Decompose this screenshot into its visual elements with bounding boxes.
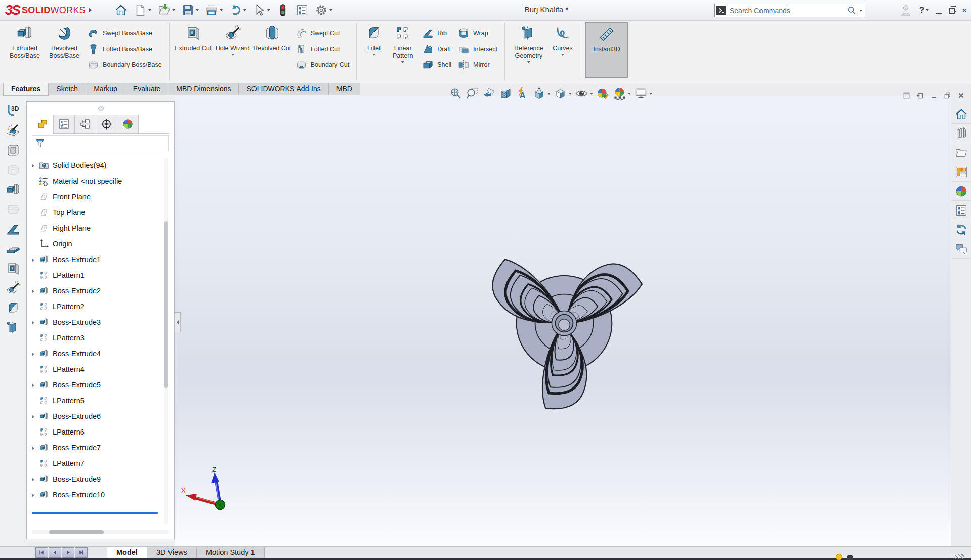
shortcut-tool-button[interactable]: [5, 241, 21, 257]
instant3d-button[interactable]: Instant3D: [585, 22, 628, 78]
view-tool-button[interactable]: [497, 86, 514, 101]
quick-access-button[interactable]: [179, 2, 201, 18]
menu-expand-arrow-icon[interactable]: [86, 4, 94, 17]
tree-item[interactable]: LPattern6: [29, 424, 162, 440]
search-commands-box[interactable]: [714, 4, 865, 17]
quick-access-button[interactable]: [132, 2, 153, 18]
last-tab-button[interactable]: [75, 547, 88, 558]
mirror-button[interactable]: Mirror: [454, 57, 500, 73]
command-tab[interactable]: Markup: [86, 83, 125, 95]
view-tool-button[interactable]: [552, 86, 573, 101]
expand-arrow-icon[interactable]: [29, 161, 37, 170]
tree-item[interactable]: Boss-Extrude9: [29, 471, 162, 487]
rib-button[interactable]: Rib: [418, 26, 454, 41]
burj-khalifa-3d-model[interactable]: [460, 220, 668, 427]
quick-access-button[interactable]: [203, 2, 225, 18]
restore-button[interactable]: [949, 8, 955, 14]
view-tool-button[interactable]: [481, 86, 497, 101]
search-dropdown-caret-icon[interactable]: [859, 10, 862, 12]
shortcut-tool-button[interactable]: [5, 142, 21, 158]
expand-arrow-icon[interactable]: [29, 255, 37, 264]
tree-item[interactable]: Boss-Extrude7: [29, 440, 162, 455]
task-pane-button[interactable]: [952, 124, 971, 143]
tree-item[interactable]: Front Plane: [29, 189, 162, 204]
close-button[interactable]: ×: [962, 6, 967, 15]
doc-restore-left-icon[interactable]: [903, 92, 910, 99]
tree-item[interactable]: Origin: [29, 236, 162, 251]
quick-access-button[interactable]: [274, 2, 291, 18]
lofted-boss-base-button[interactable]: Lofted Boss/Base: [84, 41, 165, 57]
search-icon[interactable]: [847, 6, 857, 16]
tree-item[interactable]: LPattern2: [29, 298, 162, 314]
swept-boss-base-button[interactable]: Swept Boss/Base: [84, 26, 165, 41]
view-tool-button[interactable]: [447, 86, 464, 101]
task-pane-button[interactable]: [952, 182, 971, 201]
quick-access-button[interactable]: [155, 2, 177, 18]
user-account-icon[interactable]: [899, 4, 912, 17]
tree-item[interactable]: Boss-Extrude3: [29, 314, 162, 330]
tree-item[interactable]: LPattern1: [29, 267, 162, 283]
lofted-cut-button[interactable]: Lofted Cut: [292, 41, 352, 57]
view-tool-button[interactable]: [531, 86, 552, 101]
quick-access-button[interactable]: [250, 2, 272, 18]
expand-arrow-icon[interactable]: [29, 380, 37, 390]
reference-geometry-button[interactable]: Reference Geometry: [509, 22, 548, 63]
tree-item[interactable]: Boss-Extrude4: [29, 346, 162, 361]
tree-item[interactable]: Solid Bodies(94): [29, 157, 162, 173]
next-tab-button[interactable]: [62, 547, 74, 558]
command-tab[interactable]: Sketch: [48, 83, 86, 95]
hole-wizard-button[interactable]: Hole Wizard: [213, 22, 252, 56]
tree-item[interactable]: Right Plane: [29, 220, 162, 236]
shortcut-tool-button[interactable]: [5, 300, 21, 316]
tree-item[interactable]: Top Plane: [29, 204, 162, 220]
expand-arrow-icon[interactable]: [29, 412, 37, 421]
expand-arrow-icon[interactable]: [29, 349, 37, 358]
draft-button[interactable]: Draft: [418, 41, 454, 57]
tree-item[interactable]: Boss-Extrude2: [29, 283, 162, 298]
search-input[interactable]: [729, 6, 847, 15]
status-tag-icon[interactable]: [847, 555, 853, 560]
tree-horizontal-scrollbar[interactable]: [32, 530, 169, 534]
curves-button[interactable]: Curves: [548, 22, 577, 56]
tree-item[interactable]: LPattern5: [29, 393, 162, 408]
panel-tab[interactable]: [53, 115, 75, 134]
expand-arrow-icon[interactable]: [29, 286, 37, 295]
boundary-cut-button[interactable]: Boundary Cut: [292, 57, 352, 73]
scrollbar-thumb[interactable]: [164, 221, 168, 388]
view-tool-button[interactable]: [514, 86, 531, 101]
expand-arrow-icon[interactable]: [29, 490, 37, 499]
shortcut-tool-button[interactable]: [5, 182, 21, 198]
tree-filter-bar[interactable]: [32, 135, 169, 151]
tree-item[interactable]: Boss-Extrude10: [29, 487, 162, 502]
shortcut-tool-button[interactable]: [5, 162, 21, 178]
expand-arrow-icon[interactable]: [29, 443, 37, 452]
filter-funnel-icon[interactable]: [34, 138, 46, 149]
command-tab[interactable]: Features: [3, 82, 49, 96]
previous-tab-button[interactable]: [49, 547, 61, 558]
tree-item[interactable]: LPattern4: [29, 361, 162, 377]
bottom-tab[interactable]: Motion Study 1: [196, 547, 265, 558]
view-tool-button[interactable]: [595, 86, 611, 101]
command-tab[interactable]: MBD Dimensions: [168, 83, 239, 95]
intersect-button[interactable]: Intersect: [454, 41, 500, 57]
status-warning-icon[interactable]: [836, 554, 842, 560]
boundary-boss-base-button[interactable]: Boundary Boss/Base: [84, 57, 165, 73]
tree-vertical-scrollbar[interactable]: [164, 158, 168, 524]
task-pane-button[interactable]: [952, 162, 971, 182]
tree-item[interactable]: Material <not specifie: [29, 173, 162, 189]
shortcut-tool-button[interactable]: [5, 122, 21, 139]
tree-item[interactable]: Boss-Extrude1: [29, 251, 162, 267]
panel-tab[interactable]: [32, 115, 54, 134]
expand-arrow-icon[interactable]: [29, 318, 37, 327]
shortcut-tool-button[interactable]: [5, 320, 21, 336]
linear-pattern-button[interactable]: Linear Pattern: [387, 22, 418, 63]
task-pane-button[interactable]: [952, 239, 971, 259]
extruded-cut-button[interactable]: Extruded Cut: [174, 22, 213, 52]
quick-access-button[interactable]: [112, 2, 130, 18]
shortcut-tool-button[interactable]: [5, 221, 21, 237]
bottom-tab[interactable]: 3D Views: [147, 547, 197, 558]
quick-access-button[interactable]: [313, 2, 334, 18]
panel-tab[interactable]: [117, 115, 139, 134]
bottom-tab[interactable]: Model: [107, 547, 147, 558]
view-tool-button[interactable]: [632, 86, 654, 101]
